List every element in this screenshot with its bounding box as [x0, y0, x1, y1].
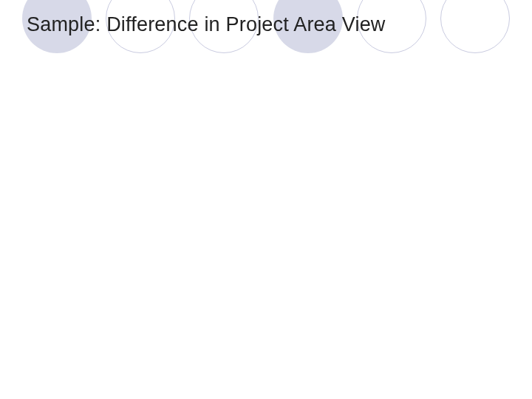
decorative-circle-icon	[440, 0, 510, 53]
slide-title: Sample: Difference in Project Area View	[27, 13, 386, 36]
